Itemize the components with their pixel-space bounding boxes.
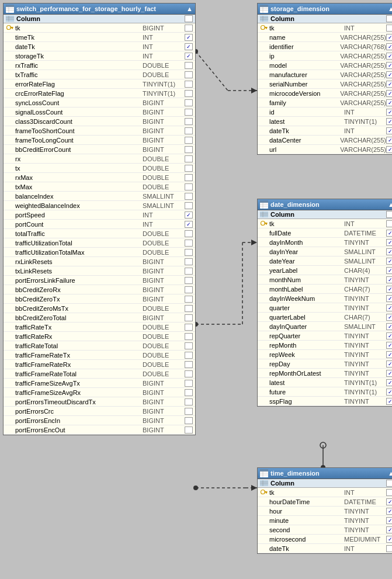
column-checkbox[interactable] <box>185 165 193 172</box>
column-checkbox[interactable] <box>386 360 392 367</box>
table-row[interactable]: balanceIndexSMALLINT <box>4 192 195 201</box>
column-checkbox[interactable] <box>386 379 392 386</box>
table-row[interactable]: familyVARCHAR(255) <box>258 98 392 108</box>
table-row[interactable]: dateTkINT <box>258 544 392 553</box>
column-checkbox[interactable] <box>386 508 392 515</box>
column-checkbox[interactable] <box>185 314 193 321</box>
column-checkbox[interactable] <box>185 398 193 405</box>
column-checkbox[interactable] <box>386 146 392 153</box>
storage-col-header-check[interactable] <box>386 15 392 22</box>
table-row[interactable]: tkINT <box>258 488 392 497</box>
column-checkbox[interactable] <box>185 127 193 134</box>
column-checkbox[interactable] <box>185 408 193 415</box>
column-checkbox[interactable] <box>386 220 392 227</box>
column-checkbox[interactable] <box>386 230 392 237</box>
column-checkbox[interactable] <box>386 258 392 265</box>
column-checkbox[interactable] <box>185 202 193 209</box>
column-checkbox[interactable] <box>185 417 193 424</box>
table-row[interactable]: weightedBalanceIndexSMALLINT <box>4 201 195 210</box>
table-row[interactable]: tkINT <box>258 23 392 33</box>
table-row[interactable]: dayInWeekNumTINYINT <box>258 294 392 303</box>
table-row[interactable]: portErrorsEncOutBIGINT <box>4 425 195 435</box>
column-checkbox[interactable] <box>386 127 392 134</box>
column-checkbox[interactable] <box>386 286 392 293</box>
table-row[interactable]: txMaxDOUBLE <box>4 182 195 192</box>
column-checkbox[interactable] <box>386 398 392 405</box>
time-col-header-check[interactable] <box>386 480 392 487</box>
column-checkbox[interactable] <box>386 90 392 97</box>
table-row[interactable]: dateTkINT <box>258 126 392 136</box>
column-checkbox[interactable] <box>386 43 392 50</box>
column-checkbox[interactable] <box>185 146 193 153</box>
column-checkbox[interactable] <box>185 333 193 340</box>
column-checkbox[interactable] <box>185 62 193 69</box>
table-row[interactable]: bbCreditZeroMsTxDOUBLE <box>4 304 195 313</box>
table-row[interactable]: portErrorsCrcBIGINT <box>4 407 195 416</box>
column-checkbox[interactable] <box>386 332 392 339</box>
table-row[interactable]: hourDateTimeDATETIME <box>258 497 392 507</box>
column-checkbox[interactable] <box>386 239 392 246</box>
column-checkbox[interactable] <box>386 489 392 496</box>
table-row[interactable]: dateYearSMALLINT <box>258 256 392 266</box>
table-row[interactable]: hourTINYINT <box>258 507 392 516</box>
table-row[interactable]: microcodeVersionVARCHAR(255) <box>258 89 392 98</box>
column-checkbox[interactable] <box>185 53 193 60</box>
column-checkbox[interactable] <box>386 389 392 396</box>
column-checkbox[interactable] <box>185 118 193 125</box>
column-checkbox[interactable] <box>185 71 193 78</box>
table-row[interactable]: dayInMonthTINYINT <box>258 238 392 247</box>
table-row[interactable]: dayInYearSMALLINT <box>258 247 392 256</box>
table-row[interactable]: ipVARCHAR(255) <box>258 51 392 61</box>
column-checkbox[interactable] <box>185 427 193 434</box>
fact-resize-icon[interactable]: ▲ <box>186 5 193 12</box>
column-checkbox[interactable] <box>185 286 193 293</box>
storage-resize-icon[interactable]: ▲ <box>388 5 392 12</box>
table-row[interactable]: tkBIGINT <box>4 23 195 33</box>
table-row[interactable]: monthLabelCHAR(7) <box>258 285 392 294</box>
column-checkbox[interactable] <box>185 305 193 312</box>
column-checkbox[interactable] <box>386 370 392 377</box>
table-row[interactable]: frameTooShortCountBIGINT <box>4 126 195 136</box>
column-checkbox[interactable] <box>386 314 392 321</box>
table-row[interactable]: portErrorsLinkFailureBIGINT <box>4 276 195 285</box>
table-row[interactable]: manufacturerVARCHAR(255) <box>258 70 392 79</box>
table-row[interactable]: urlVARCHAR(255) <box>258 145 392 154</box>
column-checkbox[interactable] <box>386 276 392 283</box>
table-row[interactable]: futureTINYINT(1) <box>258 387 392 397</box>
table-row[interactable]: trafficUtilizationTotalDOUBLE <box>4 238 195 248</box>
column-checkbox[interactable] <box>185 99 193 106</box>
table-row[interactable]: portCountINT <box>4 220 195 229</box>
column-checkbox[interactable] <box>386 498 392 505</box>
table-row[interactable]: sspFlagTINYINT <box>258 397 392 406</box>
column-checkbox[interactable] <box>386 137 392 144</box>
table-row[interactable]: modelVARCHAR(255) <box>258 61 392 70</box>
column-checkbox[interactable] <box>185 324 193 331</box>
table-row[interactable]: trafficFrameSizeAvgTxBIGINT <box>4 379 195 388</box>
table-row[interactable]: dataCenterVARCHAR(255) <box>258 136 392 145</box>
column-checkbox[interactable] <box>386 526 392 533</box>
table-row[interactable]: fullDateDATETIME <box>258 228 392 238</box>
column-checkbox[interactable] <box>185 268 193 275</box>
table-row[interactable]: idINT <box>258 108 392 117</box>
table-row[interactable]: bbCreditZeroTotalBIGINT <box>4 313 195 323</box>
column-checkbox[interactable] <box>185 230 193 237</box>
date-col-header-check[interactable] <box>386 211 392 218</box>
table-row[interactable]: totalTrafficDOUBLE <box>4 229 195 238</box>
column-checkbox[interactable] <box>386 81 392 88</box>
column-checkbox[interactable] <box>185 361 193 368</box>
table-row[interactable]: portErrorsEncInBIGINT <box>4 416 195 425</box>
column-checkbox[interactable] <box>386 99 392 106</box>
table-row[interactable]: bbCreditZeroRxBIGINT <box>4 285 195 294</box>
table-row[interactable]: trafficFrameRateTxDOUBLE <box>4 351 195 360</box>
table-row[interactable]: rxDOUBLE <box>4 154 195 164</box>
column-checkbox[interactable] <box>386 71 392 78</box>
column-checkbox[interactable] <box>386 351 392 358</box>
table-row[interactable]: rxLinkResetsBIGINT <box>4 257 195 266</box>
table-row[interactable]: rxMaxDOUBLE <box>4 173 195 182</box>
table-row[interactable]: rxTrafficDOUBLE <box>4 61 195 70</box>
table-row[interactable]: yearLabelCHAR(4) <box>258 266 392 275</box>
table-row[interactable]: syncLossCountBIGINT <box>4 98 195 108</box>
column-checkbox[interactable] <box>386 267 392 274</box>
table-row[interactable]: repMonthTINYINT <box>258 341 392 350</box>
table-row[interactable]: txLinkResetsBIGINT <box>4 266 195 276</box>
